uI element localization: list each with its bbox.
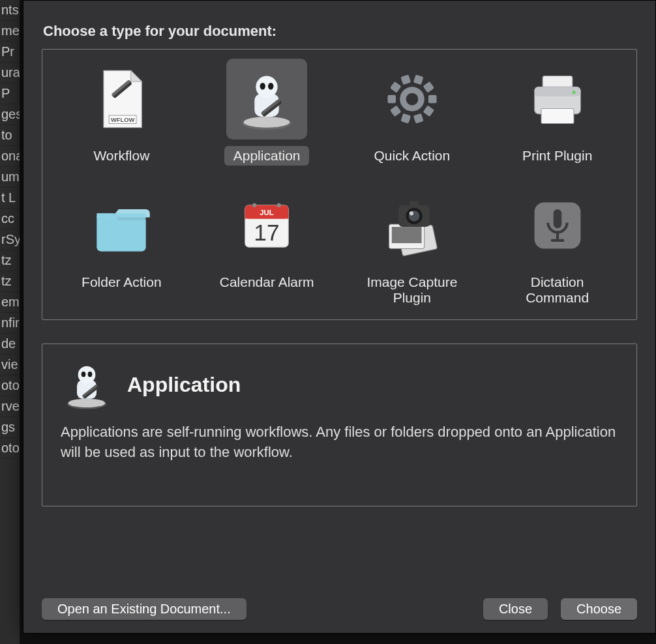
background-list-item: ona xyxy=(0,146,20,167)
background-list-item: t L xyxy=(0,188,20,209)
button-row: Open an Existing Document... Close Choos… xyxy=(42,584,637,620)
document-type-label: Image Capture Plugin xyxy=(347,272,477,308)
description-title: Application xyxy=(127,373,241,397)
document-type-label: Print Plugin xyxy=(513,146,601,166)
svg-rect-41 xyxy=(410,201,419,207)
svg-rect-47 xyxy=(553,209,561,228)
background-list-item: ges xyxy=(0,104,20,125)
svg-point-55 xyxy=(82,372,86,377)
svg-point-44 xyxy=(410,211,413,215)
svg-rect-28 xyxy=(541,109,574,124)
open-existing-button[interactable]: Open an Existing Document... xyxy=(42,598,246,620)
document-type-application[interactable]: Application xyxy=(201,59,332,166)
svg-rect-48 xyxy=(556,233,559,239)
svg-point-5 xyxy=(244,117,290,128)
background-list-item: um xyxy=(0,167,20,188)
background-list-item: ura xyxy=(0,63,20,83)
background-list-item: rSy xyxy=(0,229,20,250)
folder-action-icon xyxy=(81,185,162,266)
description-panel: Application Applications are self-runnin… xyxy=(42,344,637,506)
svg-point-35 xyxy=(252,203,256,207)
choose-button[interactable]: Choose xyxy=(561,598,637,620)
svg-point-56 xyxy=(88,372,93,377)
svg-rect-20 xyxy=(387,95,396,104)
background-sidebar: ntsmePruraPgestoonaumt LccrSytztzemnfird… xyxy=(0,0,20,644)
svg-rect-19 xyxy=(390,106,401,117)
document-type-image-capture-plugin[interactable]: Image Capture Plugin xyxy=(347,185,477,308)
background-list-item: em xyxy=(0,292,20,313)
background-list-item: tz xyxy=(0,250,20,271)
svg-rect-22 xyxy=(400,74,411,85)
svg-point-8 xyxy=(256,76,277,98)
svg-rect-15 xyxy=(428,95,437,104)
document-type-label: Dictation Command xyxy=(492,272,623,308)
svg-rect-49 xyxy=(550,239,564,242)
svg-rect-23 xyxy=(413,74,424,85)
background-list-item: oto xyxy=(0,375,20,396)
svg-rect-21 xyxy=(390,81,401,93)
close-button[interactable]: Close xyxy=(483,598,548,620)
background-list-item: rve xyxy=(0,396,20,417)
background-list-item: me xyxy=(0,21,20,42)
dictation-icon xyxy=(517,185,598,266)
svg-point-9 xyxy=(260,83,265,89)
svg-rect-17 xyxy=(413,113,424,124)
svg-point-14 xyxy=(406,93,419,106)
application-icon xyxy=(226,59,307,139)
document-type-label: Workflow xyxy=(84,146,158,166)
svg-rect-39 xyxy=(392,227,422,243)
svg-text:WFLOW: WFLOW xyxy=(111,117,135,123)
svg-point-54 xyxy=(78,366,96,384)
background-list-item: tz xyxy=(0,271,20,292)
background-list-item: nfir xyxy=(0,313,20,334)
document-type-label: Calendar Alarm xyxy=(211,272,323,292)
svg-point-10 xyxy=(268,83,273,89)
svg-rect-24 xyxy=(423,81,434,93)
svg-rect-18 xyxy=(400,113,411,124)
svg-text:JUL: JUL xyxy=(260,209,274,217)
print-plugin-icon xyxy=(517,59,598,139)
svg-point-36 xyxy=(277,203,281,207)
svg-point-51 xyxy=(68,399,106,407)
document-type-label: Folder Action xyxy=(72,272,171,292)
new-document-sheet: Choose a type for your document: WFLOW W… xyxy=(23,0,656,634)
background-list-item: to xyxy=(0,125,20,146)
document-type-label: Quick Action xyxy=(365,146,460,166)
workflow-icon: WFLOW xyxy=(81,59,162,139)
background-list-item: de xyxy=(0,334,20,355)
sheet-heading: Choose a type for your document: xyxy=(43,23,637,40)
document-type-quick-action[interactable]: Quick Action xyxy=(347,59,477,166)
svg-rect-16 xyxy=(423,106,434,117)
background-list-item: nts xyxy=(0,0,20,21)
description-text: Applications are self-running workflows.… xyxy=(61,422,618,463)
quick-action-icon xyxy=(372,59,453,139)
background-list-item: cc xyxy=(0,209,20,229)
background-list-item: P xyxy=(0,83,20,104)
background-list-item: vie xyxy=(0,355,20,375)
application-icon xyxy=(61,359,113,411)
background-list-item: gs xyxy=(0,417,20,438)
document-type-grid: WFLOW Workflow Application Quick Action xyxy=(42,49,637,320)
document-type-workflow[interactable]: WFLOW Workflow xyxy=(56,59,186,166)
document-type-label: Application xyxy=(224,146,310,166)
background-list-item: Pr xyxy=(0,42,20,63)
svg-text:17: 17 xyxy=(254,220,279,246)
document-type-print-plugin[interactable]: Print Plugin xyxy=(492,59,623,166)
svg-point-29 xyxy=(572,91,575,94)
document-type-calendar-alarm[interactable]: JUL 17 Calendar Alarm xyxy=(201,185,332,308)
calendar-alarm-icon: JUL 17 xyxy=(226,185,307,266)
background-list-item: oto xyxy=(0,438,20,459)
image-capture-icon xyxy=(372,185,453,266)
document-type-folder-action[interactable]: Folder Action xyxy=(56,185,186,308)
document-type-dictation-command[interactable]: Dictation Command xyxy=(492,185,623,308)
